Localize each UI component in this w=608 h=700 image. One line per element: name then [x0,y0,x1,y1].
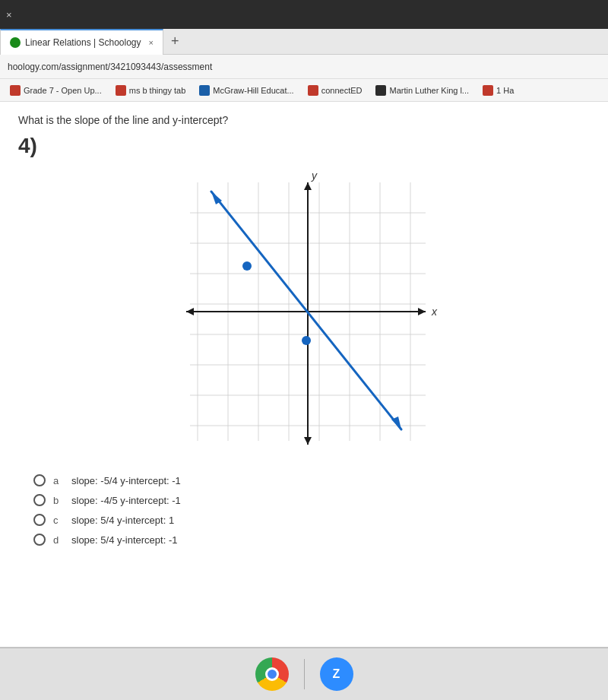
radio-b[interactable] [33,494,46,506]
question-text: What is the slope of the line and y-inte… [18,114,590,126]
answer-choices: a slope: -5/4 y-intercept: -1 b slope: -… [33,474,590,546]
answer-text-a: slope: -5/4 y-intercept: -1 [71,475,181,486]
svg-point-25 [242,261,252,271]
tab-label: Linear Relations | Schoology [25,37,141,48]
svg-marker-18 [418,308,426,315]
answer-label-b: b [53,495,64,506]
bookmark-label-connected: connectED [321,86,363,95]
window-top-bar: × [0,0,608,29]
taskbar-divider [304,659,305,689]
bookmark-label-mlk: Martin Luther King l... [389,86,469,95]
answer-row-a[interactable]: a slope: -5/4 y-intercept: -1 [33,474,590,486]
answer-label-c: c [53,515,64,526]
svg-marker-17 [186,308,194,315]
y-axis-label: y [311,169,318,182]
tab-close-button[interactable]: × [149,38,154,47]
bookmark-label-grade7: Grade 7 - Open Up... [24,86,102,95]
taskbar: Z [0,647,608,700]
tab-favicon [10,37,21,48]
answer-label-d: d [53,534,64,546]
zoom-taskbar-icon[interactable]: Z [320,657,353,691]
bookmark-mlk[interactable]: Martin Luther King l... [372,84,473,97]
answer-text-b: slope: -4/5 y-intercept: -1 [71,495,181,506]
graph-container: x y [18,167,590,456]
bookmark-1ha[interactable]: 1 Ha [479,84,518,97]
graph-svg: x y [167,167,441,456]
answer-label-a: a [53,475,64,486]
answer-text-c: slope: 5/4 y-intercept: 1 [71,515,174,526]
bookmark-connected[interactable]: connectED [304,84,366,97]
svg-marker-21 [304,437,312,445]
answer-row-c[interactable]: c slope: 5/4 y-intercept: 1 [33,514,590,526]
bookmark-grade7[interactable]: Grade 7 - Open Up... [6,84,106,97]
bookmark-icon-connected [308,85,318,96]
answer-text-d: slope: 5/4 y-intercept: -1 [71,534,177,546]
zoom-icon-label: Z [333,667,340,681]
bookmarks-bar: Grade 7 - Open Up... ms b thingy tab McG… [0,79,608,102]
radio-a[interactable] [33,474,46,486]
new-tab-button[interactable]: + [163,33,187,49]
bookmark-icon-msthingy [116,85,126,96]
svg-marker-20 [304,182,312,190]
tab-bar: Linear Relations | Schoology × + [0,29,608,55]
bookmark-label-mcgraw: McGraw-Hill Educat... [213,86,293,95]
chrome-inner-circle [265,667,279,681]
question-number: 4) [18,134,590,158]
bookmark-msthingy[interactable]: ms b thingy tab [112,84,190,97]
svg-point-26 [302,336,311,345]
svg-line-22 [211,192,401,429]
url-text: hoology.com/assignment/3421093443/assess… [8,62,212,72]
active-tab[interactable]: Linear Relations | Schoology × [0,29,163,55]
answer-row-d[interactable]: d slope: 5/4 y-intercept: -1 [33,534,590,546]
address-bar[interactable]: hoology.com/assignment/3421093443/assess… [0,55,608,79]
bookmark-label-1ha: 1 Ha [496,86,514,95]
bookmark-icon-mlk [375,85,386,96]
page-content: What is the slope of the line and y-inte… [0,102,608,647]
radio-c[interactable] [33,514,46,526]
window-close-button[interactable]: × [6,9,12,21]
radio-d[interactable] [33,534,46,546]
bookmark-icon-grade7 [10,85,21,96]
bookmark-label-msthingy: ms b thingy tab [129,86,186,95]
bookmark-icon-mcgraw [199,85,210,96]
bookmark-icon-1ha [483,85,493,96]
chrome-taskbar-icon[interactable] [255,657,289,691]
bookmark-mcgraw[interactable]: McGraw-Hill Educat... [195,84,297,97]
x-axis-label: x [431,306,438,318]
answer-row-b[interactable]: b slope: -4/5 y-intercept: -1 [33,494,590,506]
